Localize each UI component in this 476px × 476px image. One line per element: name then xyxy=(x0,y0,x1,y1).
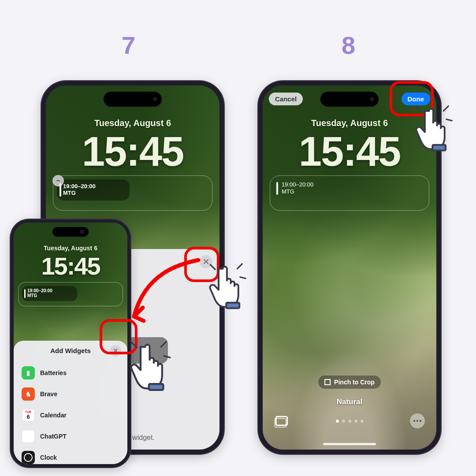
editor-bottom-bar xyxy=(263,413,436,428)
lockscreen-date[interactable]: Tuesday, August 6 xyxy=(46,118,219,128)
widget-source-list[interactable]: ▮ Batteries ♞ Brave TUE 6 Calendar ✦ Cha xyxy=(14,362,127,464)
step-number-8: 8 xyxy=(342,31,355,60)
widget-slot-frame-small: 19:00–20:00 MTG xyxy=(18,282,123,306)
done-button[interactable]: Done xyxy=(402,93,431,105)
batteries-icon: ▮ xyxy=(22,366,35,379)
cancel-button[interactable]: Cancel xyxy=(269,93,303,105)
pinch-to-crop-pill[interactable]: Pinch to Crop xyxy=(318,376,381,389)
widget-source-chatgpt[interactable]: ✦ ChatGPT xyxy=(14,426,127,447)
brave-icon: ♞ xyxy=(22,387,35,401)
more-options-button[interactable] xyxy=(410,413,425,428)
clock-icon xyxy=(22,451,35,464)
step-number-7: 7 xyxy=(122,31,135,60)
widget-slot-frame[interactable]: − 19:00–20:00 MTG xyxy=(53,175,212,211)
lockscreen-time-small: 15:45 xyxy=(14,252,127,280)
home-indicator xyxy=(323,443,376,445)
widget-event-time: 19:00–20:00 xyxy=(63,183,125,190)
phone-widget-picker: Tuesday, August 6 15:45 19:00–20:00 MTG … xyxy=(11,219,130,467)
calendar-widget[interactable]: − 19:00–20:00 MTG xyxy=(57,179,130,201)
phone-step8: Cancel Done Tuesday, August 6 15:45 19:0… xyxy=(258,81,441,454)
crop-icon xyxy=(324,379,331,385)
chatgpt-icon: ✦ xyxy=(22,430,35,443)
sheet-close-button[interactable]: ✕ xyxy=(199,255,212,268)
remove-widget-button[interactable]: − xyxy=(52,175,64,186)
widget-slot-right[interactable]: 19:00–20:00 MTG xyxy=(270,175,429,211)
widget-source-batteries[interactable]: ▮ Batteries xyxy=(14,362,127,383)
lockscreen-date-right[interactable]: Tuesday, August 6 xyxy=(263,118,436,128)
photos-picker-button[interactable] xyxy=(274,413,289,428)
widget-source-brave[interactable]: ♞ Brave xyxy=(14,383,127,405)
dynamic-island-small xyxy=(52,227,89,237)
calendar-widget-right[interactable]: 19:00–20:00 MTG xyxy=(276,181,313,196)
calendar-widget-small: 19:00–20:00 MTG xyxy=(22,286,77,301)
add-widgets-sheet: Add Widgets ✕ ▮ Batteries ♞ Brave TUE 6 … xyxy=(14,341,127,464)
style-name-label: Natural xyxy=(263,398,436,406)
style-pager-dots[interactable] xyxy=(336,420,364,423)
widget-event-title: MTG xyxy=(63,190,125,196)
calendar-icon: TUE 6 xyxy=(22,409,35,422)
lockscreen-date-small: Tuesday, August 6 xyxy=(14,245,127,252)
widget-source-clock[interactable]: Clock xyxy=(14,447,127,464)
lockscreen-time[interactable]: 15:45 xyxy=(46,128,219,175)
widget-source-calendar[interactable]: TUE 6 Calendar xyxy=(14,405,127,426)
add-widgets-close-button[interactable]: ✕ xyxy=(110,345,121,357)
dynamic-island-right xyxy=(320,92,379,107)
lockscreen-time-right[interactable]: 15:45 xyxy=(263,128,436,175)
dynamic-island xyxy=(104,92,162,107)
